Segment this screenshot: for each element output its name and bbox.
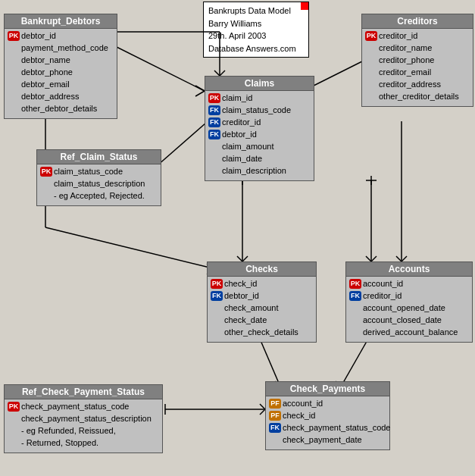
svg-line-1 xyxy=(195,86,205,91)
field-claim-status-desc: claim_status_description xyxy=(54,178,158,190)
field-creditor-id: PK creditor_id xyxy=(365,30,470,42)
red-corner xyxy=(301,2,308,10)
field-check-id: PK check_id xyxy=(211,278,313,290)
info-date: 29th. April 2003 xyxy=(208,30,304,42)
field-debtor-name: debtor_name xyxy=(21,55,114,67)
table-body-ref-claim-status: PK claim_status_code claim_status_descri… xyxy=(37,164,161,205)
pk-badge: PK xyxy=(211,279,223,289)
pf-badge: PF xyxy=(269,411,281,421)
table-accounts: Accounts PK account_id FK creditor_id ac… xyxy=(345,261,473,343)
fk-badge: FK xyxy=(211,291,223,301)
fk-badge: FK xyxy=(349,291,361,301)
pk-badge: PK xyxy=(40,167,52,177)
table-title-check-payments: Check_Payments xyxy=(266,382,389,396)
pk-badge: PK xyxy=(8,402,20,412)
svg-line-25 xyxy=(371,256,377,261)
field-account-closed: account_closed_date xyxy=(363,315,469,327)
table-title-creditors: Creditors xyxy=(362,14,473,29)
fk-badge: FK xyxy=(208,117,220,127)
field-creditor-email: creditor_email xyxy=(379,67,470,79)
table-check-payments: Check_Payments PF account_id PF check_id… xyxy=(265,381,390,450)
svg-line-2 xyxy=(195,91,205,96)
svg-line-20 xyxy=(242,256,248,261)
table-checks: Checks PK check_id FK debtor_id check_am… xyxy=(207,261,317,343)
pk-badge: PK xyxy=(208,93,220,103)
field-cp-status-code: FK check_payment_status_code xyxy=(269,422,386,434)
field-creditor-phone: creditor_phone xyxy=(379,55,470,67)
table-claims: Claims PK claim_id FK claim_status_code … xyxy=(205,76,314,181)
svg-line-38 xyxy=(260,409,265,415)
field-claim-creditor-id: FK creditor_id xyxy=(208,117,311,129)
svg-line-19 xyxy=(237,256,242,261)
table-ref-check-payment-status: Ref_Check_Payment_Status PK check_paymen… xyxy=(4,384,163,453)
table-title-accounts: Accounts xyxy=(346,262,472,277)
fk-badge: FK xyxy=(269,423,281,433)
field-debtor-id: PK debtor_id xyxy=(8,30,114,42)
field-check-amount: check_amount xyxy=(224,302,313,315)
svg-line-37 xyxy=(260,404,265,409)
field-other-creditor: other_creditor_details xyxy=(379,91,470,103)
table-title-bankrupt-debtors: Bankrupt_Debtors xyxy=(5,14,117,29)
field-check-date: check_date xyxy=(224,315,313,327)
fk-badge: FK xyxy=(208,105,220,115)
table-title-ref-check-payment-status: Ref_Check_Payment_Status xyxy=(5,385,162,399)
field-account-opened: account_opened_date xyxy=(363,302,469,315)
table-body-accounts: PK account_id FK creditor_id account_ope… xyxy=(346,277,472,342)
svg-line-12 xyxy=(402,256,407,261)
svg-line-11 xyxy=(396,256,402,261)
field-check-debtor-id: FK debtor_id xyxy=(211,290,313,302)
svg-line-4 xyxy=(45,227,216,269)
field-claim-status-code: FK claim_status_code xyxy=(208,105,311,117)
table-body-bankrupt-debtors: PK debtor_id payment_method_code debtor_… xyxy=(5,29,117,118)
field-creditor-address: creditor_address xyxy=(379,79,470,91)
field-payment-method: payment_method_code xyxy=(21,42,114,55)
table-body-ref-check-payment-status: PK check_payment_status_code check_payme… xyxy=(5,399,162,453)
field-claim-debtor-id: FK debtor_id xyxy=(208,129,311,141)
table-body-check-payments: PF account_id PF check_id FK check_payme… xyxy=(266,396,389,449)
field-debtor-address: debtor_address xyxy=(21,91,114,103)
pk-badge: PK xyxy=(8,31,20,41)
table-body-claims: PK claim_id FK claim_status_code FK cred… xyxy=(205,91,314,180)
table-body-creditors: PK creditor_id creditor_name creditor_ph… xyxy=(362,29,473,106)
table-bankrupt-debtors: Bankrupt_Debtors PK debtor_id payment_me… xyxy=(4,14,117,119)
field-claim-description: claim_description xyxy=(222,165,311,177)
field-account-id: PK account_id xyxy=(349,278,469,290)
table-creditors: Creditors PK creditor_id creditor_name c… xyxy=(361,14,473,107)
info-author: Barry Williams xyxy=(208,17,304,30)
field-claim-date: claim_date xyxy=(222,153,311,165)
field-claim-status-code-pk: PK claim_status_code xyxy=(40,166,158,178)
table-title-checks: Checks xyxy=(208,262,316,277)
field-other-check: other_check_details xyxy=(224,327,313,339)
info-box: Bankrupts Data Model Barry Williams 29th… xyxy=(203,2,309,58)
svg-line-43 xyxy=(214,70,220,76)
field-other-debtor: other_debtor_details xyxy=(21,103,114,115)
field-cp-date: check_payment_date xyxy=(283,434,386,446)
pk-badge: PK xyxy=(365,31,377,41)
field-debtor-phone: debtor_phone xyxy=(21,67,114,79)
table-ref-claim-status: Ref_Claim_Status PK claim_status_code cl… xyxy=(36,149,161,206)
field-claim-amount: claim_amount xyxy=(222,141,311,153)
fk-badge: FK xyxy=(208,130,220,139)
info-site: Database Answers.com xyxy=(208,42,304,55)
info-title: Bankrupts Data Model xyxy=(208,5,304,17)
field-rcps-desc: check_payment_status_description xyxy=(21,413,159,425)
field-creditor-name: creditor_name xyxy=(379,42,470,55)
field-cp-check-id: PF check_id xyxy=(269,410,386,422)
field-account-balance: derived_account_balance xyxy=(363,327,469,339)
field-rcps-eg1: - eg Refunded, Reissued, xyxy=(21,425,159,437)
table-title-claims: Claims xyxy=(205,77,314,91)
table-title-ref-claim-status: Ref_Claim_Status xyxy=(37,150,161,164)
field-claim-id: PK claim_id xyxy=(208,92,311,105)
pk-badge: PK xyxy=(349,279,361,289)
field-rcps-eg2: - Returned, Stopped. xyxy=(21,437,159,449)
svg-line-24 xyxy=(366,256,371,261)
table-body-checks: PK check_id FK debtor_id check_amount ch… xyxy=(208,277,316,342)
field-debtor-email: debtor_email xyxy=(21,79,114,91)
field-rcps-code: PK check_payment_status_code xyxy=(8,401,159,413)
field-account-creditor-id: FK creditor_id xyxy=(349,290,469,302)
field-claim-status-eg: - eg Accepted, Rejected. xyxy=(54,190,158,202)
pf-badge: PF xyxy=(269,399,281,409)
field-cp-account-id: PF account_id xyxy=(269,398,386,410)
svg-line-44 xyxy=(220,70,225,76)
canvas: Bankrupts Data Model Barry Williams 29th… xyxy=(0,0,475,476)
